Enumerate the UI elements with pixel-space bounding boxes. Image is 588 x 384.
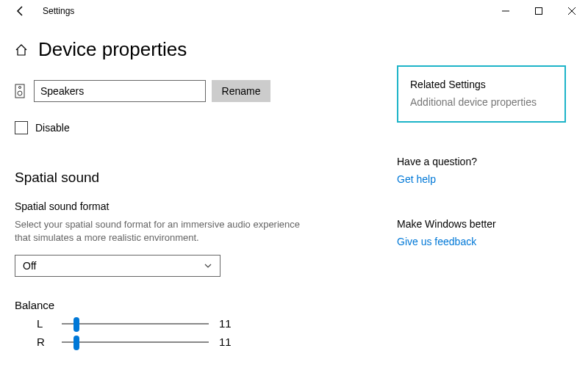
balance-left-label: L	[37, 317, 51, 330]
dropdown-value: Off	[23, 260, 36, 272]
better-heading: Make Windows better	[397, 218, 566, 230]
back-arrow-icon[interactable]	[15, 5, 26, 17]
svg-point-4	[18, 91, 22, 95]
slider-thumb[interactable]	[74, 336, 79, 350]
get-help-link[interactable]: Get help	[397, 173, 566, 185]
rename-button[interactable]: Rename	[212, 80, 270, 102]
window-controls	[489, 0, 588, 22]
spatial-format-dropdown[interactable]: Off	[15, 255, 220, 277]
question-heading: Have a question?	[397, 156, 566, 167]
balance-left-row: L 11	[15, 317, 331, 330]
device-name-input[interactable]	[34, 80, 206, 102]
slider-thumb[interactable]	[74, 317, 79, 332]
question-section: Have a question? Get help	[397, 156, 566, 185]
svg-rect-1	[535, 8, 542, 15]
window-title: Settings	[43, 6, 74, 16]
balance-left-value: 11	[219, 317, 232, 330]
titlebar: Settings	[0, 0, 588, 22]
balance-left-slider[interactable]	[62, 323, 209, 325]
balance-right-label: R	[37, 336, 51, 348]
page-header: Device properties	[0, 38, 588, 61]
disable-row: Disable	[15, 121, 331, 134]
speaker-icon	[15, 84, 26, 98]
minimize-button[interactable]	[489, 0, 522, 22]
feedback-section: Make Windows better Give us feedback	[397, 218, 566, 247]
related-settings-box: Related Settings Additional device prope…	[397, 65, 566, 123]
disable-label: Disable	[35, 122, 70, 134]
chevron-down-icon	[204, 261, 212, 270]
page-title: Device properties	[38, 38, 187, 61]
svg-point-3	[19, 87, 21, 89]
maximize-button[interactable]	[522, 0, 555, 22]
balance-right-row: R 11	[15, 336, 331, 348]
related-settings-heading: Related Settings	[410, 79, 553, 90]
close-button[interactable]	[555, 0, 588, 22]
balance-right-value: 11	[219, 336, 232, 348]
spatial-description: Select your spatial sound format for an …	[15, 218, 309, 244]
balance-heading: Balance	[15, 299, 331, 311]
spatial-format-label: Spatial sound format	[15, 200, 331, 212]
home-icon[interactable]	[15, 43, 28, 57]
spatial-sound-heading: Spatial sound	[15, 170, 331, 186]
feedback-link[interactable]: Give us feedback	[397, 236, 566, 247]
device-name-row: Rename	[15, 80, 331, 102]
disable-checkbox[interactable]	[15, 121, 28, 134]
balance-right-slider[interactable]	[62, 341, 209, 343]
additional-device-properties-link[interactable]: Additional device properties	[410, 96, 553, 108]
